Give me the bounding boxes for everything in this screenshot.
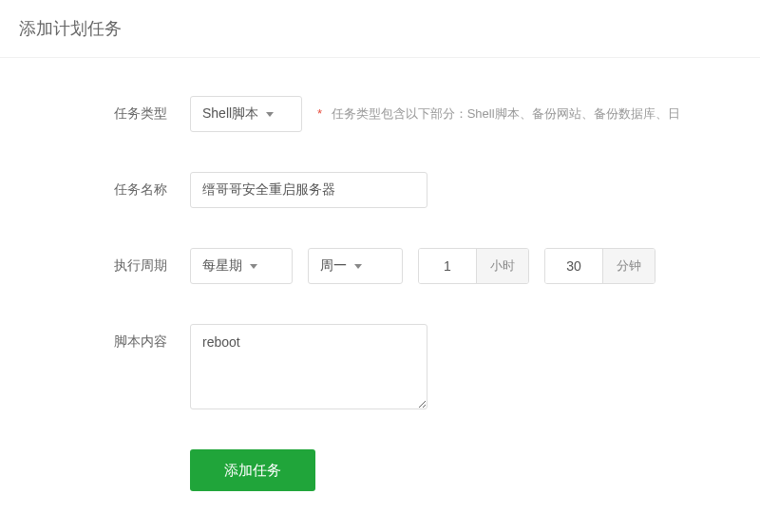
chevron-down-icon bbox=[250, 264, 257, 269]
row-schedule: 执行周期 每星期 周一 小时 分钟 bbox=[114, 248, 760, 284]
task-type-label: 任务类型 bbox=[114, 96, 190, 123]
page-title: 添加计划任务 bbox=[0, 0, 760, 58]
task-type-selected: Shell脚本 bbox=[202, 105, 258, 123]
weekday-selected: 周一 bbox=[320, 257, 347, 275]
task-type-select[interactable]: Shell脚本 bbox=[190, 96, 302, 132]
hour-group: 小时 bbox=[418, 248, 529, 284]
required-asterisk: * bbox=[317, 106, 322, 121]
schedule-label: 执行周期 bbox=[114, 248, 190, 275]
weekday-select[interactable]: 周一 bbox=[308, 248, 403, 284]
script-label: 脚本内容 bbox=[114, 324, 190, 351]
row-task-name: 任务名称 bbox=[114, 172, 760, 208]
row-script: 脚本内容 bbox=[114, 324, 760, 409]
hour-unit: 小时 bbox=[476, 249, 528, 283]
frequency-selected: 每星期 bbox=[202, 257, 242, 275]
task-type-help-text: 任务类型包含以下部分：Shell脚本、备份网站、备份数据库、日 bbox=[332, 106, 680, 121]
cron-task-form: 任务类型 Shell脚本 * 任务类型包含以下部分：Shell脚本、备份网站、备… bbox=[0, 58, 760, 491]
frequency-select[interactable]: 每星期 bbox=[190, 248, 293, 284]
script-textarea[interactable] bbox=[190, 324, 428, 409]
chevron-down-icon bbox=[266, 112, 274, 117]
row-task-type: 任务类型 Shell脚本 * 任务类型包含以下部分：Shell脚本、备份网站、备… bbox=[114, 96, 760, 132]
chevron-down-icon bbox=[354, 264, 362, 269]
hour-input[interactable] bbox=[419, 249, 476, 283]
minute-unit: 分钟 bbox=[602, 249, 655, 283]
task-name-label: 任务名称 bbox=[114, 172, 190, 199]
task-type-help: * 任务类型包含以下部分：Shell脚本、备份网站、备份数据库、日 bbox=[317, 105, 680, 123]
task-name-input[interactable] bbox=[190, 172, 428, 208]
minute-group: 分钟 bbox=[544, 248, 656, 284]
add-task-button[interactable]: 添加任务 bbox=[190, 449, 315, 491]
row-submit: 添加任务 bbox=[114, 449, 760, 491]
minute-input[interactable] bbox=[545, 249, 602, 283]
